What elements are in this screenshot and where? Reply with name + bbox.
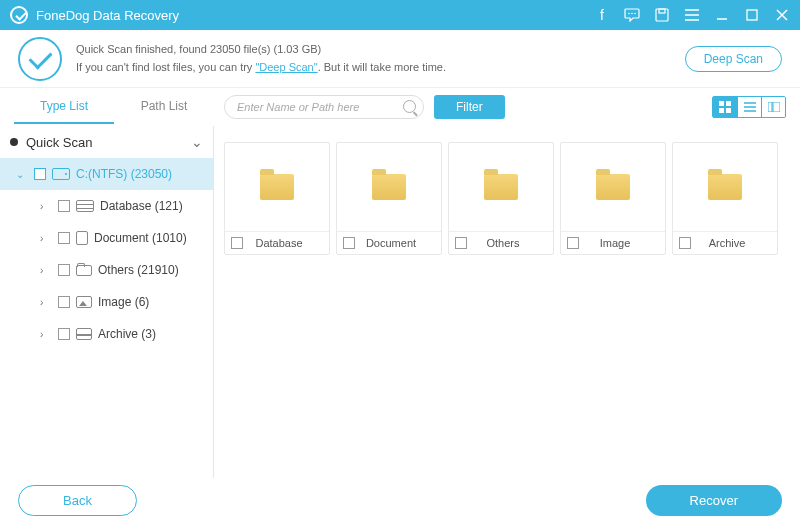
folder-name: Document <box>347 237 435 249</box>
svg-rect-10 <box>768 102 772 112</box>
view-toggle <box>712 96 786 118</box>
svg-rect-5 <box>747 10 757 20</box>
svg-point-0 <box>628 13 630 15</box>
recover-button[interactable]: Recover <box>646 485 782 516</box>
toolbar: Type List Path List Filter <box>0 88 800 126</box>
search-input[interactable] <box>224 95 424 119</box>
folder-card[interactable]: Others <box>448 142 554 255</box>
svg-point-2 <box>634 13 636 15</box>
folder-grid: Database Document Others Image Archive <box>214 126 800 478</box>
document-icon <box>76 231 88 245</box>
checkbox[interactable] <box>58 200 70 212</box>
disk-icon <box>52 168 70 180</box>
check-icon <box>18 37 62 81</box>
chevron-right-icon[interactable]: › <box>40 233 52 244</box>
svg-rect-8 <box>719 108 724 113</box>
svg-rect-9 <box>726 108 731 113</box>
folder-icon <box>76 265 92 276</box>
tree-drive[interactable]: ⌄ C:(NTFS) (23050) <box>0 158 213 190</box>
menu-icon[interactable] <box>684 7 700 23</box>
app-logo-icon <box>10 6 28 24</box>
svg-rect-11 <box>773 102 780 112</box>
chevron-right-icon[interactable]: › <box>40 297 52 308</box>
checkbox[interactable] <box>34 168 46 180</box>
checkbox[interactable] <box>58 328 70 340</box>
folder-icon <box>708 174 742 200</box>
svg-rect-6 <box>719 101 724 106</box>
folder-card[interactable]: Archive <box>672 142 778 255</box>
folder-icon <box>372 174 406 200</box>
feedback-icon[interactable] <box>624 7 640 23</box>
deep-scan-button[interactable]: Deep Scan <box>685 46 782 72</box>
image-icon <box>76 296 92 308</box>
folder-card[interactable]: Image <box>560 142 666 255</box>
chevron-right-icon[interactable]: › <box>40 265 52 276</box>
folder-name: Archive <box>683 237 771 249</box>
deep-scan-link[interactable]: "Deep Scan" <box>255 61 317 73</box>
checkbox[interactable] <box>58 296 70 308</box>
close-icon[interactable] <box>774 7 790 23</box>
status-panel: Quick Scan finished, found 23050 file(s)… <box>0 30 800 88</box>
title-bar: FoneDog Data Recovery f <box>0 0 800 30</box>
folder-card[interactable]: Document <box>336 142 442 255</box>
svg-rect-3 <box>656 9 668 21</box>
folder-name: Others <box>459 237 547 249</box>
view-detail-icon[interactable] <box>761 97 785 117</box>
app-title: FoneDog Data Recovery <box>36 8 179 23</box>
checkbox[interactable] <box>58 232 70 244</box>
tree-item-others[interactable]: › Others (21910) <box>0 254 213 286</box>
svg-rect-7 <box>726 101 731 106</box>
sidebar: Quick Scan ⌄ ⌄ C:(NTFS) (23050) › Databa… <box>0 126 214 478</box>
tree-item-label: Document (1010) <box>94 231 187 245</box>
tree-root-label: Quick Scan <box>26 135 185 150</box>
svg-point-1 <box>631 13 633 15</box>
folder-icon <box>260 174 294 200</box>
database-icon <box>76 200 94 212</box>
tree-item-label: Archive (3) <box>98 327 156 341</box>
folder-name: Database <box>235 237 323 249</box>
tab-path-list[interactable]: Path List <box>114 90 214 124</box>
folder-card[interactable]: Database <box>224 142 330 255</box>
search-icon <box>403 100 416 113</box>
view-grid-icon[interactable] <box>713 97 737 117</box>
tree-root-quick-scan[interactable]: Quick Scan ⌄ <box>0 126 213 158</box>
tree-item-label: Database (121) <box>100 199 183 213</box>
folder-name: Image <box>571 237 659 249</box>
footer: Back Recover <box>0 478 800 523</box>
checkbox[interactable] <box>58 264 70 276</box>
tree-item-image[interactable]: › Image (6) <box>0 286 213 318</box>
status-message: Quick Scan finished, found 23050 file(s)… <box>76 41 671 76</box>
chevron-down-icon[interactable]: ⌄ <box>191 134 203 150</box>
tree-drive-label: C:(NTFS) (23050) <box>76 167 172 181</box>
tree-item-label: Image (6) <box>98 295 149 309</box>
chevron-down-icon[interactable]: ⌄ <box>16 169 28 180</box>
chevron-right-icon[interactable]: › <box>40 201 52 212</box>
chevron-right-icon[interactable]: › <box>40 329 52 340</box>
tree-item-document[interactable]: › Document (1010) <box>0 222 213 254</box>
tab-type-list[interactable]: Type List <box>14 90 114 124</box>
tree-item-archive[interactable]: › Archive (3) <box>0 318 213 350</box>
folder-icon <box>596 174 630 200</box>
folder-icon <box>484 174 518 200</box>
tree-item-database[interactable]: › Database (121) <box>0 190 213 222</box>
bullet-icon <box>10 138 18 146</box>
view-list-icon[interactable] <box>737 97 761 117</box>
filter-button[interactable]: Filter <box>434 95 505 119</box>
tree-item-label: Others (21910) <box>98 263 179 277</box>
facebook-icon[interactable]: f <box>594 7 610 23</box>
maximize-icon[interactable] <box>744 7 760 23</box>
back-button[interactable]: Back <box>18 485 137 516</box>
archive-icon <box>76 328 92 340</box>
save-icon[interactable] <box>654 7 670 23</box>
minimize-icon[interactable] <box>714 7 730 23</box>
svg-rect-4 <box>659 9 665 13</box>
